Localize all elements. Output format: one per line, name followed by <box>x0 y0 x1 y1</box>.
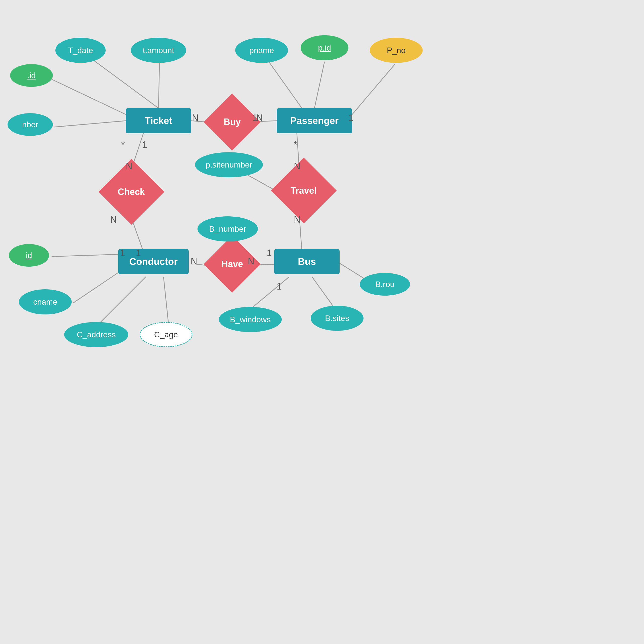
card-buy-passenger: N <box>256 113 263 123</box>
svg-line-20 <box>164 277 169 325</box>
attr-b-windows: B_windows <box>219 307 282 332</box>
svg-line-2 <box>52 79 126 114</box>
svg-line-17 <box>52 254 126 257</box>
attr-pname: pname <box>235 38 288 63</box>
svg-line-7 <box>314 62 325 108</box>
card-passenger-star: * <box>294 140 297 150</box>
entity-conductor: Conductor <box>118 249 189 274</box>
relationship-travel: Travel <box>271 158 337 224</box>
card-have-n-left: N <box>191 256 197 267</box>
card-travel-1: 1 <box>267 248 272 258</box>
attr-cname: cname <box>19 289 72 314</box>
card-check-n-top: N <box>126 161 132 172</box>
card-travel-n-bot: N <box>294 214 300 225</box>
entity-passenger: Passenger <box>277 108 352 133</box>
attr-b-sites: B.sites <box>311 306 364 331</box>
card-ticket-1: 1 <box>142 140 147 150</box>
entity-bus: Bus <box>274 249 340 274</box>
card-buy-ticket: N <box>192 113 198 123</box>
card-ticket-star: * <box>121 140 125 150</box>
attr-b-route: B.rou <box>360 273 410 296</box>
svg-line-22 <box>312 277 335 308</box>
attr-p-id: p.id <box>301 35 348 60</box>
attr-t-number: nber <box>8 113 53 136</box>
attr-t-id: .id <box>10 64 53 87</box>
attr-t-date: T_date <box>55 38 106 63</box>
card-travel-n-top: N <box>294 161 300 172</box>
svg-line-3 <box>54 121 126 127</box>
card-bus-1-bot: 1 <box>277 281 282 292</box>
attr-p-sitenumber: p.sitenumber <box>195 152 263 177</box>
entity-ticket: Ticket <box>126 108 191 133</box>
svg-line-8 <box>352 64 395 114</box>
attr-t-amount: t.amount <box>131 38 186 63</box>
card-check-1-right: 1 <box>136 248 141 258</box>
attr-c-address: C_address <box>64 322 128 347</box>
card-buy-passenger-1: 1 <box>348 113 353 123</box>
attr-c-age: C_age <box>140 322 192 347</box>
attr-b-number: B_number <box>197 216 258 241</box>
card-have-n-right: N <box>248 256 254 267</box>
card-check-n-bot: N <box>110 214 117 225</box>
svg-line-21 <box>252 277 289 308</box>
card-check-1-left: 1 <box>120 248 125 258</box>
attr-p-no: P_no <box>370 38 423 63</box>
svg-line-19 <box>98 277 146 325</box>
attr-c-id: id <box>9 244 49 267</box>
